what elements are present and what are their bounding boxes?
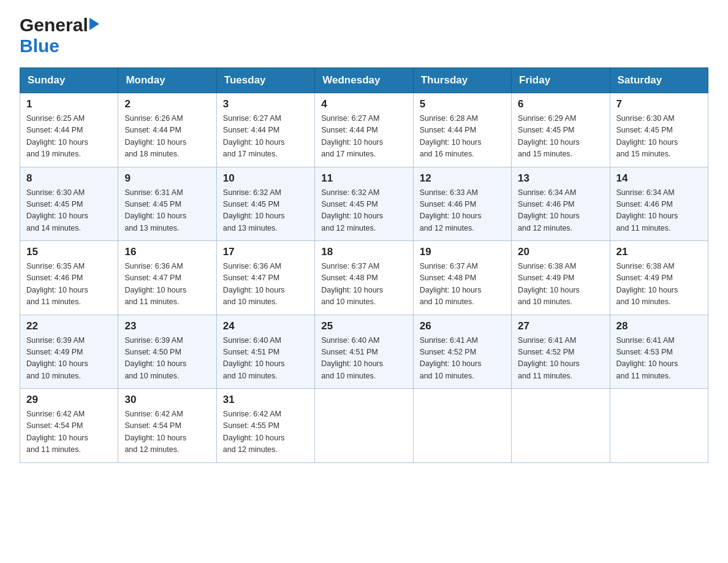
calendar-cell: 21 Sunrise: 6:38 AM Sunset: 4:49 PM Dayl… [610,241,708,315]
day-info: Sunrise: 6:30 AM Sunset: 4:45 PM Dayligh… [616,113,702,161]
day-number: 29 [26,394,112,406]
day-info: Sunrise: 6:27 AM Sunset: 4:44 PM Dayligh… [321,113,406,161]
day-number: 10 [223,172,308,185]
day-info: Sunrise: 6:32 AM Sunset: 4:45 PM Dayligh… [321,187,406,235]
day-info: Sunrise: 6:26 AM Sunset: 4:44 PM Dayligh… [124,113,210,161]
calendar-cell: 22 Sunrise: 6:39 AM Sunset: 4:49 PM Dayl… [20,315,118,389]
calendar-cell [610,389,708,463]
col-header-friday: Friday [512,68,610,93]
day-number: 24 [223,320,308,332]
calendar-cell [512,389,610,463]
day-number: 1 [26,98,112,110]
day-info: Sunrise: 6:28 AM Sunset: 4:44 PM Dayligh… [420,113,505,161]
calendar-cell: 27 Sunrise: 6:41 AM Sunset: 4:52 PM Dayl… [512,315,610,389]
calendar-cell: 23 Sunrise: 6:39 AM Sunset: 4:50 PM Dayl… [118,315,216,389]
day-number: 21 [616,246,702,258]
day-info: Sunrise: 6:41 AM Sunset: 4:52 PM Dayligh… [518,335,603,383]
day-number: 13 [518,172,603,185]
calendar-cell: 8 Sunrise: 6:30 AM Sunset: 4:45 PM Dayli… [20,167,118,241]
day-info: Sunrise: 6:33 AM Sunset: 4:46 PM Dayligh… [420,187,505,235]
day-info: Sunrise: 6:36 AM Sunset: 4:47 PM Dayligh… [223,261,308,308]
calendar-cell: 3 Sunrise: 6:27 AM Sunset: 4:44 PM Dayli… [216,93,314,167]
day-info: Sunrise: 6:37 AM Sunset: 4:48 PM Dayligh… [420,261,505,308]
day-info: Sunrise: 6:40 AM Sunset: 4:51 PM Dayligh… [223,335,308,383]
calendar-cell: 19 Sunrise: 6:37 AM Sunset: 4:48 PM Dayl… [413,241,511,315]
calendar-cell: 20 Sunrise: 6:38 AM Sunset: 4:49 PM Dayl… [512,241,610,315]
calendar-cell: 1 Sunrise: 6:25 AM Sunset: 4:44 PM Dayli… [20,93,118,167]
logo: General Blue [20,15,99,56]
day-info: Sunrise: 6:39 AM Sunset: 4:50 PM Dayligh… [124,335,210,383]
day-number: 16 [124,246,210,258]
calendar-cell: 26 Sunrise: 6:41 AM Sunset: 4:52 PM Dayl… [413,315,511,389]
day-number: 3 [223,98,308,110]
day-number: 27 [518,320,603,332]
calendar-cell [315,389,413,463]
calendar-cell: 10 Sunrise: 6:32 AM Sunset: 4:45 PM Dayl… [216,167,314,241]
day-info: Sunrise: 6:38 AM Sunset: 4:49 PM Dayligh… [518,261,603,308]
week-row-2: 8 Sunrise: 6:30 AM Sunset: 4:45 PM Dayli… [20,167,708,241]
day-number: 15 [26,246,112,258]
logo-triangle-icon [89,18,99,30]
day-number: 26 [420,320,505,332]
day-info: Sunrise: 6:41 AM Sunset: 4:52 PM Dayligh… [420,335,505,383]
day-number: 31 [223,394,308,406]
day-number: 5 [420,98,505,110]
week-row-5: 29 Sunrise: 6:42 AM Sunset: 4:54 PM Dayl… [20,389,708,463]
calendar-table: SundayMondayTuesdayWednesdayThursdayFrid… [20,67,708,463]
day-info: Sunrise: 6:32 AM Sunset: 4:45 PM Dayligh… [223,187,308,235]
day-number: 20 [518,246,603,258]
day-number: 12 [420,172,505,185]
day-number: 9 [124,172,210,185]
day-number: 19 [420,246,505,258]
day-number: 23 [124,320,210,332]
day-number: 14 [616,172,702,185]
day-info: Sunrise: 6:39 AM Sunset: 4:49 PM Dayligh… [26,335,112,383]
day-info: Sunrise: 6:25 AM Sunset: 4:44 PM Dayligh… [26,113,112,161]
day-info: Sunrise: 6:36 AM Sunset: 4:47 PM Dayligh… [124,261,210,308]
calendar-cell: 31 Sunrise: 6:42 AM Sunset: 4:55 PM Dayl… [216,389,314,463]
logo-general: General [20,15,88,36]
week-row-1: 1 Sunrise: 6:25 AM Sunset: 4:44 PM Dayli… [20,93,708,167]
calendar-cell: 2 Sunrise: 6:26 AM Sunset: 4:44 PM Dayli… [118,93,216,167]
day-info: Sunrise: 6:38 AM Sunset: 4:49 PM Dayligh… [616,261,702,308]
header: General Blue [20,15,708,56]
col-header-wednesday: Wednesday [315,68,413,93]
calendar-cell: 4 Sunrise: 6:27 AM Sunset: 4:44 PM Dayli… [315,93,413,167]
calendar-cell: 12 Sunrise: 6:33 AM Sunset: 4:46 PM Dayl… [413,167,511,241]
col-header-tuesday: Tuesday [216,68,314,93]
day-info: Sunrise: 6:29 AM Sunset: 4:45 PM Dayligh… [518,113,603,161]
day-number: 22 [26,320,112,332]
day-number: 2 [124,98,210,110]
day-number: 25 [321,320,406,332]
calendar-cell: 11 Sunrise: 6:32 AM Sunset: 4:45 PM Dayl… [315,167,413,241]
day-info: Sunrise: 6:41 AM Sunset: 4:53 PM Dayligh… [616,335,702,383]
calendar-cell: 13 Sunrise: 6:34 AM Sunset: 4:46 PM Dayl… [512,167,610,241]
calendar-cell: 30 Sunrise: 6:42 AM Sunset: 4:54 PM Dayl… [118,389,216,463]
calendar-cell [413,389,511,463]
logo-blue: Blue [20,36,59,56]
day-info: Sunrise: 6:31 AM Sunset: 4:45 PM Dayligh… [124,187,210,235]
calendar-cell: 7 Sunrise: 6:30 AM Sunset: 4:45 PM Dayli… [610,93,708,167]
day-number: 11 [321,172,406,185]
day-number: 4 [321,98,406,110]
day-number: 7 [616,98,702,110]
day-info: Sunrise: 6:30 AM Sunset: 4:45 PM Dayligh… [26,187,112,235]
calendar-cell: 29 Sunrise: 6:42 AM Sunset: 4:54 PM Dayl… [20,389,118,463]
col-header-saturday: Saturday [610,68,708,93]
day-number: 28 [616,320,702,332]
calendar-cell: 25 Sunrise: 6:40 AM Sunset: 4:51 PM Dayl… [315,315,413,389]
col-header-monday: Monday [118,68,216,93]
week-row-4: 22 Sunrise: 6:39 AM Sunset: 4:49 PM Dayl… [20,315,708,389]
day-info: Sunrise: 6:35 AM Sunset: 4:46 PM Dayligh… [26,261,112,308]
day-number: 18 [321,246,406,258]
calendar-cell: 15 Sunrise: 6:35 AM Sunset: 4:46 PM Dayl… [20,241,118,315]
day-info: Sunrise: 6:34 AM Sunset: 4:46 PM Dayligh… [616,187,702,235]
calendar-cell: 6 Sunrise: 6:29 AM Sunset: 4:45 PM Dayli… [512,93,610,167]
calendar-cell: 5 Sunrise: 6:28 AM Sunset: 4:44 PM Dayli… [413,93,511,167]
col-header-thursday: Thursday [413,68,511,93]
calendar-cell: 16 Sunrise: 6:36 AM Sunset: 4:47 PM Dayl… [118,241,216,315]
day-info: Sunrise: 6:34 AM Sunset: 4:46 PM Dayligh… [518,187,603,235]
day-info: Sunrise: 6:42 AM Sunset: 4:54 PM Dayligh… [124,408,210,456]
day-number: 6 [518,98,603,110]
day-info: Sunrise: 6:40 AM Sunset: 4:51 PM Dayligh… [321,335,406,383]
